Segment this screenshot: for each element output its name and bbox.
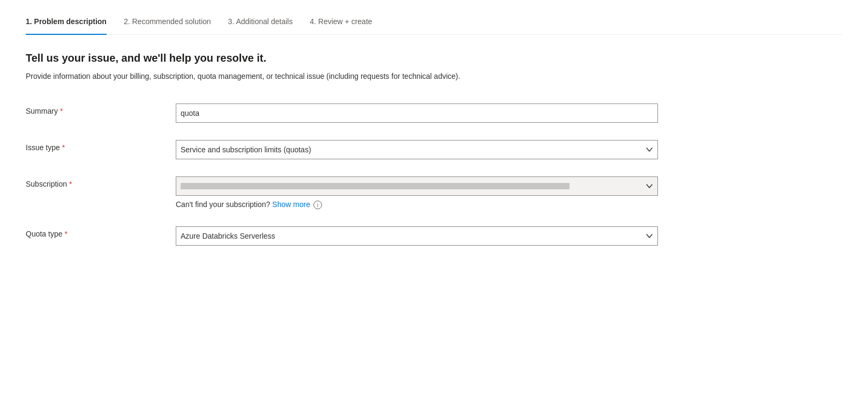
subscription-info-icon[interactable]: i xyxy=(313,201,322,209)
subscription-dropdown[interactable] xyxy=(176,176,658,196)
summary-required-star: * xyxy=(60,107,63,115)
summary-label: Summary * xyxy=(26,104,176,115)
issue-type-dropdown-wrapper: Service and subscription limits (quotas) xyxy=(176,140,658,159)
subscription-helper-row: Can't find your subscription? Show more … xyxy=(176,200,658,209)
issue-type-required-star: * xyxy=(62,143,65,152)
summary-row: Summary * xyxy=(26,104,842,123)
wizard-steps: 1. Problem description 2. Recommended so… xyxy=(26,17,842,35)
show-more-link[interactable]: Show more xyxy=(272,200,310,209)
subscription-select-wrapper xyxy=(176,176,658,196)
wizard-step-problem-description[interactable]: 1. Problem description xyxy=(26,17,124,34)
problem-description-form: Summary * Issue type * Service and subsc… xyxy=(26,104,842,246)
subscription-input-wrapper: Can't find your subscription? Show more … xyxy=(176,176,658,209)
quota-type-required-star: * xyxy=(65,230,68,238)
issue-type-label: Issue type * xyxy=(26,140,176,152)
subscription-label: Subscription * xyxy=(26,176,176,188)
quota-type-select-wrapper: Azure Databricks Serverless xyxy=(176,226,658,246)
summary-input[interactable] xyxy=(176,104,658,123)
quota-type-row: Quota type * Azure Databricks Serverless xyxy=(26,226,842,246)
issue-type-row: Issue type * Service and subscription li… xyxy=(26,140,842,159)
page-title: Tell us your issue, and we'll help you r… xyxy=(26,52,842,64)
issue-type-select-wrapper: Service and subscription limits (quotas) xyxy=(176,140,658,159)
wizard-step-additional-details[interactable]: 3. Additional details xyxy=(228,17,310,34)
wizard-step-recommended-solution[interactable]: 2. Recommended solution xyxy=(124,17,228,34)
quota-type-dropdown-wrapper: Azure Databricks Serverless xyxy=(176,226,658,246)
quota-type-label: Quota type * xyxy=(26,226,176,238)
page-description: Provide information about your billing, … xyxy=(26,71,508,82)
issue-type-dropdown[interactable]: Service and subscription limits (quotas) xyxy=(176,140,658,159)
subscription-row: Subscription * Can't find your subscript… xyxy=(26,176,842,209)
subscription-required-star: * xyxy=(69,180,72,188)
summary-input-wrapper xyxy=(176,104,658,123)
quota-type-dropdown[interactable]: Azure Databricks Serverless xyxy=(176,226,658,246)
subscription-loading-bar xyxy=(181,183,570,189)
wizard-step-review-create[interactable]: 4. Review + create xyxy=(310,17,389,34)
